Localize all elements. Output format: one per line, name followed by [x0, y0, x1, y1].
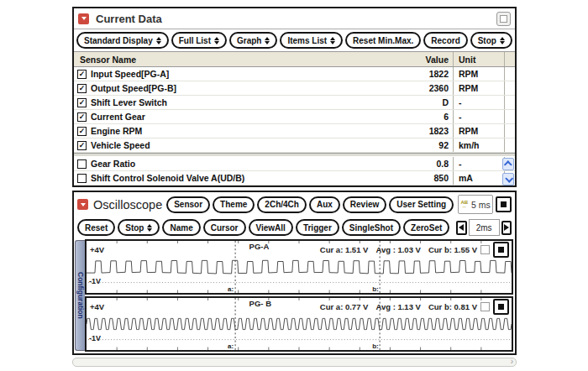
table-row[interactable]: ✓Shift Lever SwitchD- — [74, 96, 515, 110]
table-row[interactable]: Gear Ratio0.8- — [74, 157, 515, 171]
spinner-icon — [500, 37, 505, 44]
spinner-icon — [156, 37, 161, 44]
sensor-value: 1822 — [381, 69, 453, 79]
button-label: ViewAll — [256, 223, 286, 233]
row-checkbox[interactable]: ✓ — [77, 70, 87, 79]
button-label: Theme — [220, 200, 247, 209]
row-checkbox[interactable] — [77, 159, 87, 169]
timebase-decrease-button[interactable] — [456, 221, 466, 235]
record-stop-button[interactable] — [496, 196, 512, 212]
osc-button-review[interactable]: Review — [343, 196, 386, 213]
toolbar-button-full-list[interactable]: Full List — [171, 32, 227, 49]
osc-button-user-setting[interactable]: User Setting — [389, 196, 454, 213]
osc-button-stop[interactable]: Stop — [118, 219, 160, 236]
panel-dropdown-icon[interactable] — [77, 199, 88, 210]
button-label: Reset — [85, 223, 108, 233]
panel-title: Oscilloscope — [93, 198, 162, 212]
waveform-trace — [87, 318, 512, 329]
table-row[interactable]: ✓Engine RPM1823RPM — [74, 124, 515, 138]
button-label: Standard Display — [84, 36, 153, 45]
scroll-right-arrow-icon: › — [511, 357, 513, 366]
channel-name: PG- B — [249, 299, 271, 308]
cursor-a-value: Cur a: 1.51 V — [320, 245, 369, 254]
channel-record-button[interactable] — [493, 242, 509, 258]
row-checkbox[interactable]: ✓ — [77, 84, 87, 93]
spinner-up-icon — [500, 37, 505, 40]
osc-button-aux[interactable]: Aux — [309, 196, 340, 213]
table-row[interactable]: ✓Output Speed[PG-B]2360RPM — [74, 81, 515, 96]
sensor-value: 92 — [381, 140, 453, 150]
channel-record-button[interactable] — [493, 299, 509, 315]
oscilloscope-channel-PG-B: a:b:+4VPG- BCur a: 0.77 VAvg : 1.13 VCur… — [85, 296, 513, 352]
arrow-right-icon — [504, 224, 509, 231]
spinner-up-icon — [147, 224, 152, 227]
button-label: Cursor — [211, 223, 239, 233]
channel-checkbox[interactable] — [480, 245, 490, 254]
spinner-up-icon — [156, 37, 161, 40]
restore-window-button[interactable] — [496, 12, 511, 26]
cursor-b-value: Cur b: 1.55 V — [428, 245, 477, 254]
osc-button-viewall[interactable]: ViewAll — [249, 219, 293, 236]
toolbar-button-items-list[interactable]: Items List — [280, 32, 343, 49]
osc-button-zeroset[interactable]: ZeroSet — [403, 219, 449, 236]
row-checkbox[interactable] — [77, 174, 87, 183]
spinner-icon — [265, 37, 270, 44]
sensor-unit: RPM — [453, 81, 504, 95]
cursor-time-value: 5 ms — [471, 200, 491, 210]
spinner-down-icon — [265, 41, 270, 44]
panel-dropdown-icon[interactable] — [78, 13, 89, 24]
sensor-name: Current Gear — [91, 112, 381, 122]
row-end-spacer — [504, 110, 515, 123]
osc-button-sensor[interactable]: Sensor — [166, 196, 210, 213]
toolbar-button-record[interactable]: Record — [423, 32, 467, 49]
osc-button-singleshot[interactable]: SingleShot — [342, 219, 401, 236]
sensor-name: Shift Lever Switch — [91, 97, 381, 107]
table-row[interactable]: ✓Vehicle Speed92km/h — [74, 138, 515, 153]
black-square-icon — [498, 304, 504, 310]
row-checkbox[interactable]: ✓ — [77, 112, 87, 122]
osc-button-reset[interactable]: Reset — [77, 219, 115, 236]
column-end-spacer — [504, 52, 515, 66]
table-row[interactable]: Shift Control Solenoid Valve A(UD/B)850m… — [74, 171, 515, 186]
sensor-unit: mA — [453, 171, 504, 185]
scroll-up-button[interactable] — [502, 158, 514, 170]
row-checkbox[interactable]: ✓ — [77, 98, 87, 107]
timebase-increase-button[interactable] — [501, 221, 512, 235]
osc-button-2ch-4ch[interactable]: 2Ch/4Ch — [257, 196, 307, 213]
restore-icon — [500, 15, 507, 23]
button-label: Record — [431, 36, 459, 45]
sensor-name: Vehicle Speed — [91, 140, 381, 150]
chevron-down-icon — [505, 175, 513, 183]
black-square-icon — [498, 247, 504, 253]
spinner-up-icon — [265, 37, 270, 40]
button-label: Stop — [478, 36, 496, 45]
table-row[interactable]: ✓Current Gear6- — [74, 110, 515, 124]
button-label: User Setting — [396, 200, 446, 209]
toolbar-button-reset-min-max-[interactable]: Reset Min.Max. — [345, 32, 421, 49]
osc-button-name[interactable]: Name — [162, 219, 200, 236]
button-label: ZeroSet — [411, 223, 442, 233]
cursor-a-value: Cur a: 0.77 V — [320, 302, 369, 311]
oscilloscope-panel: Oscilloscope SensorTheme2Ch/4ChAuxReview… — [72, 191, 517, 355]
table-row[interactable]: ✓Input Speed[PG-A]1822RPM — [74, 67, 515, 81]
average-value: Avg : 1.13 V — [375, 302, 421, 311]
ab-cursor-icon: AB ↔ — [460, 201, 468, 209]
channel-checkbox[interactable] — [480, 302, 490, 311]
configuration-side-tab[interactable]: Configuration — [75, 240, 85, 351]
osc-button-trigger[interactable]: Trigger — [296, 219, 339, 236]
oscilloscope-charts-area: a:b:+4VPG-ACur a: 1.51 VAvg : 1.03 VCur … — [85, 239, 513, 352]
scroll-down-button[interactable] — [502, 173, 514, 186]
toolbar-button-stop[interactable]: Stop — [470, 32, 512, 49]
waveform-trace — [87, 260, 512, 274]
horizontal-scrollbar[interactable]: › — [72, 358, 517, 367]
column-sensor-name: Sensor Name — [74, 55, 381, 65]
osc-button-cursor[interactable]: Cursor — [203, 219, 246, 236]
osc-button-theme[interactable]: Theme — [213, 196, 255, 213]
spinner-down-icon — [500, 41, 505, 44]
toolbar-button-graph[interactable]: Graph — [229, 32, 277, 49]
toolbar-button-standard-display[interactable]: Standard Display — [76, 32, 169, 49]
cursor-time-display: AB ↔ 5 ms — [458, 195, 493, 214]
row-checkbox[interactable]: ✓ — [77, 127, 87, 136]
spinner-icon — [214, 37, 219, 44]
row-checkbox[interactable]: ✓ — [77, 141, 87, 150]
